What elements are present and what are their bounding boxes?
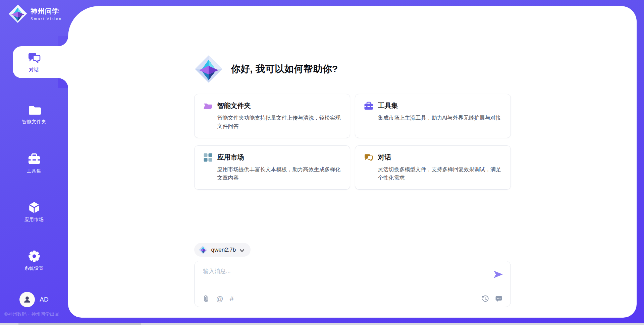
- chat-icon: [28, 52, 41, 64]
- composer-left-tools: @ #: [203, 295, 234, 303]
- card-title: 对话: [378, 153, 391, 162]
- model-diamond-icon: [199, 245, 208, 254]
- content-column: 你好, 我可以如何帮助你? 智能文件夹 智能文件夹功能支持批量文件上传与清洗，轻…: [194, 6, 511, 307]
- grid-icon: [203, 153, 213, 162]
- card-smart-folders[interactable]: 智能文件夹 智能文件夹功能支持批量文件上传与清洗，轻松实现文件问答: [194, 94, 350, 138]
- at-icon[interactable]: @: [216, 295, 223, 302]
- hash-icon[interactable]: #: [230, 295, 234, 302]
- composer-right-tools: [481, 295, 502, 303]
- composer-divider: [201, 290, 504, 290]
- brand-diamond-icon: [8, 4, 28, 23]
- chat-icon: [364, 153, 373, 162]
- sidebar-item-smart-folders[interactable]: 智能文件夹: [0, 98, 68, 130]
- card-app-market[interactable]: 应用市场 应用市场提供丰富长文本模板，助力高效生成多样化文章内容: [194, 145, 350, 190]
- card-description: 智能文件夹功能支持批量文件上传与清洗，轻松实现文件问答: [217, 114, 341, 130]
- toolbox-icon: [28, 153, 41, 165]
- send-icon: [493, 269, 503, 279]
- user-initials: AD: [40, 296, 48, 303]
- composer-toolbar: @ #: [203, 292, 502, 305]
- history-icon[interactable]: [481, 295, 489, 303]
- card-description: 集成市场上主流工具，助力AI与外界无缝扩展与对接: [378, 114, 502, 122]
- card-description: 灵活切换多模型文件，支持多样回复效果调试，满足个性化需求: [378, 165, 502, 182]
- avatar: [19, 292, 35, 307]
- app-window: { "app": { "logo_title": "神州问学", "logo_s…: [0, 0, 644, 325]
- brand-text: 神州问学 Smart Vision: [31, 7, 62, 21]
- card-chat[interactable]: 对话 灵活切换多模型文件，支持多样回复效果调试，满足个性化需求: [355, 145, 511, 190]
- folder-icon: [28, 104, 41, 116]
- cube-icon: [28, 201, 41, 214]
- toolbox-icon: [364, 102, 373, 110]
- tab-curve-top: [58, 36, 68, 46]
- brand-title: 神州问学: [31, 7, 62, 16]
- greeting-title: 你好, 我可以如何帮助你?: [231, 63, 338, 75]
- app-logo: 神州问学 Smart Vision: [8, 4, 62, 23]
- card-title: 工具集: [378, 101, 398, 110]
- model-selector[interactable]: qwen2:7b: [194, 243, 251, 257]
- send-button[interactable]: [493, 269, 503, 279]
- model-name: qwen2:7b: [211, 247, 236, 253]
- sidebar-item-settings[interactable]: 系统设置: [0, 245, 68, 276]
- folder-open-icon: [203, 102, 213, 110]
- gear-icon: [28, 250, 41, 262]
- greeting-section: 你好, 我可以如何帮助你?: [194, 55, 511, 83]
- tab-curve-bottom: [58, 78, 68, 88]
- sidebar-item-label: 智能文件夹: [22, 119, 46, 125]
- message-composer: @ #: [194, 261, 511, 307]
- message-input[interactable]: [203, 267, 479, 287]
- card-toolbox[interactable]: 工具集 集成市场上主流工具，助力AI与外界无缝扩展与对接: [355, 94, 511, 138]
- sidebar-item-toolbox[interactable]: 工具集: [0, 147, 68, 179]
- main-content-panel: 你好, 我可以如何帮助你? 智能文件夹 智能文件夹功能支持批量文件上传与清洗，轻…: [68, 6, 637, 318]
- brand-subtitle: Smart Vision: [31, 17, 62, 21]
- paperclip-icon[interactable]: [203, 295, 210, 303]
- sidebar-item-label: 系统设置: [24, 265, 44, 271]
- card-title: 应用市场: [217, 153, 244, 162]
- chevron-down-icon: [239, 249, 245, 252]
- card-description: 应用市场提供丰富长文本模板，助力高效生成多样化文章内容: [217, 165, 341, 182]
- person-avatar-icon: [23, 295, 32, 304]
- feedback-bubble-icon[interactable]: [495, 295, 502, 303]
- sidebar-item-chat[interactable]: 对话: [0, 46, 68, 78]
- bottom-edge-strip: [0, 323, 644, 325]
- sidebar-item-label: 工具集: [27, 168, 42, 174]
- sidebar-item-label: 对话: [29, 67, 39, 73]
- sidebar-item-app-market[interactable]: 应用市场: [0, 196, 68, 228]
- greeting-diamond-icon: [194, 55, 223, 83]
- user-account[interactable]: AD: [0, 292, 68, 307]
- feature-cards: 智能文件夹 智能文件夹功能支持批量文件上传与清洗，轻松实现文件问答 工具集 集成…: [194, 94, 511, 190]
- sidebar-item-label: 应用市场: [24, 217, 44, 223]
- card-title: 智能文件夹: [217, 101, 251, 110]
- copyright-text: ©神州数码 · 神州问学出品: [4, 311, 59, 317]
